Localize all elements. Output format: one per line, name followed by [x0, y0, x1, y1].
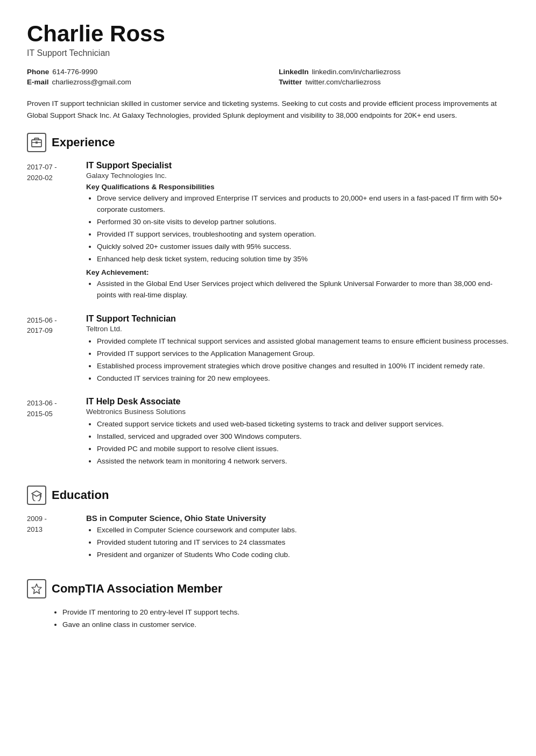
exp-content-2: IT Support Technician Teltron Ltd. Provi…	[86, 314, 509, 388]
edu-degree-1: BS in Computer Science, Ohio State Unive…	[86, 513, 509, 523]
assoc-bullets: Provide IT mentoring to 20 entry-level I…	[52, 607, 509, 631]
exp-company-2: Teltron Ltd.	[86, 325, 509, 333]
list-item: Conducted IT services training for 20 ne…	[97, 373, 509, 384]
exp-company-1: Galaxy Technologies Inc.	[86, 172, 509, 180]
experience-item-2: 2015-06 -2017-09 IT Support Technician T…	[27, 314, 509, 388]
exp-subheading2-1: Key Achievement:	[86, 268, 509, 276]
candidate-name: Charlie Ross	[27, 22, 509, 46]
exp-bullets2-1: Assisted in the Global End User Services…	[86, 279, 509, 301]
exp-date-2: 2015-06 -2017-09	[27, 314, 81, 388]
phone-contact: Phone614-776-9990	[27, 68, 257, 76]
list-item: President and organizer of Students Who …	[97, 550, 509, 561]
exp-bullets1-1: Drove service delivery and improved Ente…	[86, 193, 509, 265]
exp-date-3: 2013-06 -2015-05	[27, 397, 81, 470]
linkedin-contact: LinkedInlinkedin.com/in/charliezross	[279, 68, 509, 76]
association-section: CompTIA Association Member Provide IT me…	[27, 579, 509, 631]
list-item: Drove service delivery and improved Ente…	[97, 193, 509, 216]
list-item: Assisted the network team in monitoring …	[97, 456, 509, 467]
experience-header: Experience	[27, 133, 509, 152]
association-header: CompTIA Association Member	[27, 579, 509, 598]
education-section: Education 2009 -2013 BS in Computer Scie…	[27, 486, 509, 564]
list-item: Provide IT mentoring to 20 entry-level I…	[62, 607, 509, 618]
experience-icon	[27, 133, 46, 152]
education-icon	[27, 486, 46, 505]
phone-value: 614-776-9990	[52, 68, 97, 76]
education-item-1: 2009 -2013 BS in Computer Science, Ohio …	[27, 513, 509, 564]
exp-subheading1-1: Key Qualifications & Responsibilities	[86, 183, 509, 191]
experience-item-1: 2017-07 -2020-02 IT Support Specialist G…	[27, 161, 509, 304]
contact-grid: Phone614-776-9990 LinkedInlinkedin.com/i…	[27, 68, 509, 86]
exp-job-title-1: IT Support Specialist	[86, 161, 509, 170]
exp-company-3: Webtronics Business Solutions	[86, 408, 509, 416]
association-title: CompTIA Association Member	[52, 582, 222, 596]
list-item: Excelled in Computer Science coursework …	[97, 525, 509, 536]
list-item: Provided IT support services, troublesho…	[97, 229, 509, 240]
list-item: Enhanced help desk ticket system, reduci…	[97, 254, 509, 265]
edu-bullets-1: Excelled in Computer Science coursework …	[86, 525, 509, 561]
list-item: Provided IT support services to the Appl…	[97, 348, 509, 360]
twitter-label: Twitter	[279, 78, 302, 86]
edu-content-1: BS in Computer Science, Ohio State Unive…	[86, 513, 509, 564]
exp-job-title-2: IT Support Technician	[86, 314, 509, 324]
exp-bullets1-2: Provided complete IT technical support s…	[86, 336, 509, 384]
phone-label: Phone	[27, 68, 49, 76]
twitter-value: twitter.com/charliezross	[305, 78, 380, 86]
association-icon	[27, 579, 46, 598]
education-title: Education	[52, 488, 109, 502]
exp-job-title-3: IT Help Desk Associate	[86, 397, 509, 406]
linkedin-label: LinkedIn	[279, 68, 309, 76]
twitter-contact: Twittertwitter.com/charliezross	[279, 78, 509, 86]
linkedin-value: linkedin.com/in/charliezross	[312, 68, 401, 76]
list-item: Performed 30 on-site visits to develop p…	[97, 217, 509, 228]
candidate-title: IT Support Technician	[27, 48, 509, 58]
experience-item-3: 2013-06 -2015-05 IT Help Desk Associate …	[27, 397, 509, 470]
association-content: Provide IT mentoring to 20 entry-level I…	[52, 607, 509, 631]
svg-marker-4	[32, 584, 41, 594]
exp-content-1: IT Support Specialist Galaxy Technologie…	[86, 161, 509, 304]
experience-title: Experience	[52, 135, 115, 149]
exp-bullets1-3: Created support service tickets and used…	[86, 419, 509, 467]
exp-content-3: IT Help Desk Associate Webtronics Busine…	[86, 397, 509, 470]
list-item: Created support service tickets and used…	[97, 419, 509, 430]
svg-rect-2	[36, 141, 38, 144]
summary-text: Proven IT support technician skilled in …	[27, 98, 509, 121]
list-item: Assisted in the Global End User Services…	[97, 279, 509, 301]
list-item: Quickly solved 20+ customer issues daily…	[97, 241, 509, 253]
email-label: E-mail	[27, 78, 49, 86]
list-item: Established process improvement strategi…	[97, 361, 509, 372]
experience-section: Experience 2017-07 -2020-02 IT Support S…	[27, 133, 509, 470]
email-value: charliezross@gmail.com	[52, 78, 131, 86]
list-item: Provided complete IT technical support s…	[97, 336, 509, 347]
list-item: Provided student tutoring and IT service…	[97, 537, 509, 548]
email-contact: E-mailcharliezross@gmail.com	[27, 78, 257, 86]
list-item: Installed, serviced and upgraded over 30…	[97, 431, 509, 443]
exp-date-1: 2017-07 -2020-02	[27, 161, 81, 304]
education-header: Education	[27, 486, 509, 505]
list-item: Provided PC and mobile support to resolv…	[97, 444, 509, 455]
list-item: Gave an online class in customer service…	[62, 619, 509, 631]
edu-date-1: 2009 -2013	[27, 513, 81, 564]
